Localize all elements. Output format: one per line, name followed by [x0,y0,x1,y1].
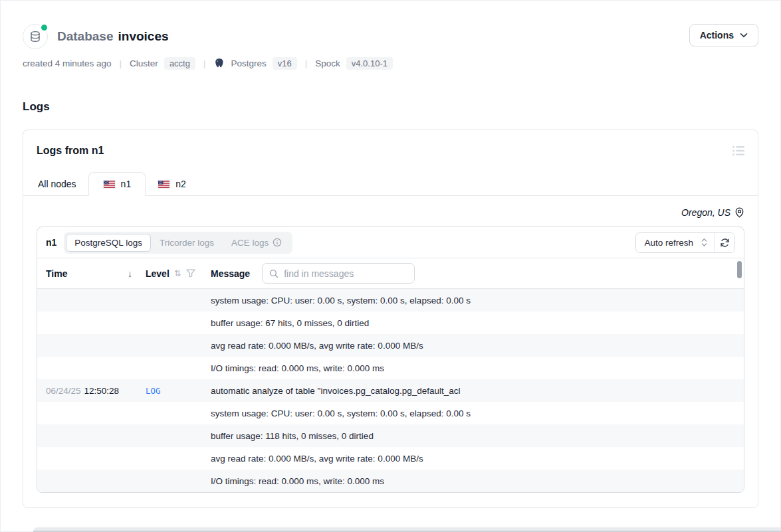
tab-n1[interactable]: n1 [88,172,146,196]
status-dot [40,23,49,32]
row-date: 06/24/25 [46,386,81,396]
actions-button-label: Actions [700,30,734,41]
select-chevrons-icon [701,238,707,247]
refresh-button[interactable] [714,233,734,252]
table-body: system usage: CPU: user: 0.00 s, system:… [37,289,744,492]
table-row[interactable]: buffer usage: 67 hits, 0 misses, 0 dirti… [37,311,744,334]
sort-descending-icon[interactable]: ↓ [128,268,132,279]
refresh-controls: Auto refresh [635,232,735,253]
search-input[interactable] [284,268,407,279]
sort-toggle-icon[interactable]: ⇅ [174,268,181,278]
row-message: buffer usage: 67 hits, 0 misses, 0 dirti… [211,318,369,328]
database-meta: created 4 minutes ago | Cluster acctg | … [23,57,758,70]
row-message: buffer usage: 118 hits, 0 misses, 0 dirt… [211,431,374,441]
postgres-label: Postgres [231,58,266,68]
row-time: 12:50:28 [84,386,120,396]
node-name-label: n1 [46,237,56,248]
table-row[interactable]: I/O timings: read: 0.000 ms, write: 0.00… [37,357,744,379]
page-title: invoices [118,29,169,44]
info-icon [273,238,282,247]
row-message: I/O timings: read: 0.000 ms, write: 0.00… [211,476,384,486]
separator: | [305,58,308,68]
table-row[interactable]: I/O timings: read: 0.000 ms, write: 0.00… [37,470,744,492]
created-text: created 4 minutes ago [23,58,112,68]
table-row[interactable]: 06/24/2512:50:28 LOG automatic analyze o… [37,379,744,402]
actions-button[interactable]: Actions [689,24,758,46]
row-level: LOG [146,386,161,396]
chevron-down-icon [740,33,748,38]
scrollbar-thumb[interactable] [737,261,742,278]
table-row[interactable]: buffer usage: 118 hits, 0 misses, 0 dirt… [37,424,744,447]
table-row[interactable]: system usage: CPU: user: 0.00 s, system:… [37,289,744,311]
segment-label: PostgreSQL logs [74,238,142,248]
row-message: avg read rate: 0.000 MB/s, avg write rat… [211,341,423,351]
region-label: Oregon, US [681,207,730,218]
filter-icon[interactable] [186,269,195,278]
node-tab-panel: Oregon, US n1 PostgreSQL logs [23,196,758,507]
row-message: system usage: CPU: user: 0.00 s, system:… [211,296,471,306]
tab-tricorder-logs[interactable]: Tricorder logs [151,234,223,252]
segment-label: Tricorder logs [160,238,214,248]
search-icon [269,269,279,278]
auto-refresh-label: Auto refresh [644,238,693,248]
message-search [262,263,415,284]
segment-label: ACE logs [231,238,269,248]
database-icon [23,24,48,49]
location-pin-icon [734,207,744,218]
spock-version-badge: v4.0.10-1 [346,57,393,70]
separator: | [203,58,206,68]
tab-all-nodes[interactable]: All nodes [26,172,88,195]
next-section-peek [33,527,781,532]
cluster-badge[interactable]: acctg [164,57,195,70]
page: { "header": { "entity_type": "Database",… [0,0,781,532]
logs-card: Logs from n1 All nodes [23,130,758,508]
table-header: Time ↓ Level ⇅ Message [37,258,744,289]
card-title: Logs from n1 [37,145,104,157]
us-flag-icon [103,180,116,189]
postgres-elephant-icon [213,58,225,69]
log-type-switcher: PostgreSQL logs Tricorder logs ACE logs [64,232,292,254]
separator: | [120,58,122,68]
column-header-level[interactable]: Level [146,268,169,279]
spock-label: Spock [315,58,340,68]
us-flag-icon [158,180,170,189]
column-header-message: Message [211,268,250,279]
tab-n2[interactable]: n2 [146,172,198,195]
table-row[interactable]: avg read rate: 0.000 MB/s, avg write rat… [37,334,744,357]
column-header-time[interactable]: Time [46,268,67,279]
node-tabs: All nodes n1 [23,171,758,196]
logs-table: n1 PostgreSQL logs Tricorder logs ACE lo… [37,226,744,493]
row-message: I/O timings: read: 0.000 ms, write: 0.00… [211,363,384,373]
database-header: Database invoices Actions [23,0,758,49]
tab-label: All nodes [38,179,76,189]
table-row[interactable]: avg read rate: 0.000 MB/s, avg write rat… [37,447,744,470]
tab-ace-logs[interactable]: ACE logs [223,234,290,252]
tab-postgresql-logs[interactable]: PostgreSQL logs [66,234,151,252]
tab-label: n2 [175,179,186,189]
row-message: system usage: CPU: user: 0.00 s, system:… [211,408,471,418]
table-row[interactable]: system usage: CPU: user: 0.00 s, system:… [37,402,744,424]
entity-type-label: Database [57,29,114,44]
row-message: automatic analyze of table "invoices.pg_… [211,386,461,396]
log-list-icon [732,145,744,156]
postgres-version-badge: v16 [273,57,297,70]
auto-refresh-select[interactable]: Auto refresh [636,233,714,252]
section-title: Logs [23,100,758,114]
row-message: avg read rate: 0.000 MB/s, avg write rat… [211,454,423,464]
tab-label: n1 [121,179,132,189]
cluster-label: Cluster [130,58,158,68]
